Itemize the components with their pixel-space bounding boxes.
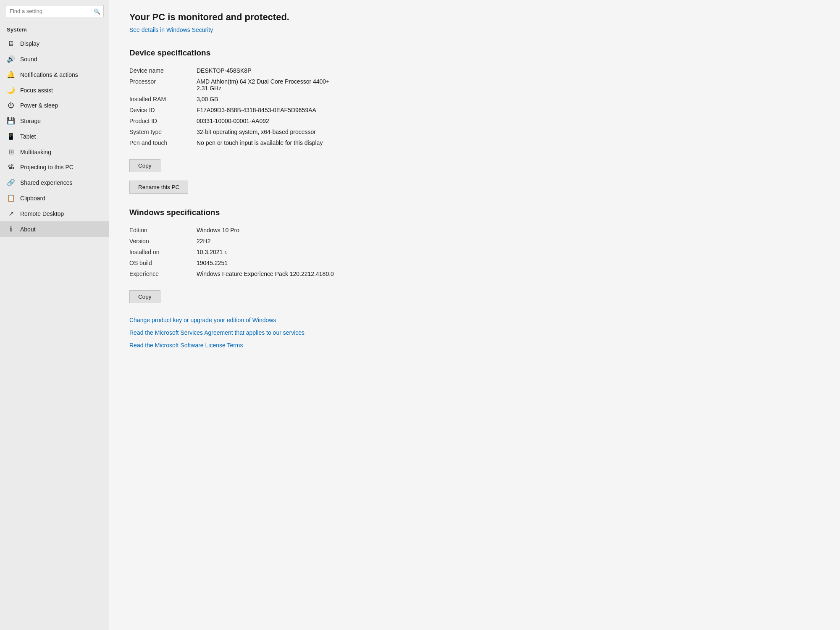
sidebar-label-multitasking: Multitasking: [20, 149, 51, 155]
search-input[interactable]: [5, 5, 104, 17]
sidebar-section-label: System: [0, 24, 109, 36]
windows-spec-value-4: Windows Feature Experience Pack 120.2212…: [197, 268, 820, 279]
windows-spec-value-0: Windows 10 Pro: [197, 225, 820, 236]
tablet-icon: 📱: [7, 132, 15, 140]
device-spec-label-1: Processor: [129, 76, 197, 94]
footer-link-2[interactable]: Read the Microsoft Software License Term…: [129, 342, 820, 349]
sidebar-label-power: Power & sleep: [20, 102, 58, 109]
device-spec-value-3: F17A09D3-6B8B-4318-8453-0EAF5D9659AA: [197, 105, 820, 116]
windows-spec-value-3: 19045.2251: [197, 257, 820, 268]
sidebar-item-display[interactable]: 🖥 Display: [0, 36, 109, 51]
sidebar-label-focus: Focus assist: [20, 87, 53, 94]
focus-icon: 🌙: [7, 86, 15, 94]
device-spec-row-1: Processor AMD Athlon(tm) 64 X2 Dual Core…: [129, 76, 820, 94]
sidebar-label-shared: Shared experiences: [20, 179, 73, 186]
windows-spec-value-2: 10.3.2021 r.: [197, 247, 820, 257]
windows-spec-row-4: Experience Windows Feature Experience Pa…: [129, 268, 820, 279]
sidebar-label-sound: Sound: [20, 56, 37, 63]
storage-icon: 💾: [7, 117, 15, 125]
device-spec-row-3: Device ID F17A09D3-6B8B-4318-8453-0EAF5D…: [129, 105, 820, 116]
device-spec-table: Device name DESKTOP-458SK8P Processor AM…: [129, 65, 820, 148]
sidebar-item-focus[interactable]: 🌙 Focus assist: [0, 82, 109, 98]
device-spec-label-0: Device name: [129, 65, 197, 76]
sidebar-item-projecting[interactable]: 📽 Projecting to this PC: [0, 160, 109, 175]
windows-spec-label-0: Edition: [129, 225, 197, 236]
sidebar-item-remote[interactable]: ↗ Remote Desktop: [0, 206, 109, 221]
sidebar-item-multitasking[interactable]: ⊞ Multitasking: [0, 144, 109, 160]
sidebar-item-sound[interactable]: 🔊 Sound: [0, 51, 109, 67]
sidebar-item-power[interactable]: ⏻ Power & sleep: [0, 98, 109, 113]
windows-spec-label-2: Installed on: [129, 247, 197, 257]
sidebar-label-projecting: Projecting to this PC: [20, 164, 74, 171]
sidebar-label-about: About: [20, 226, 36, 233]
remote-icon: ↗: [7, 210, 15, 218]
device-spec-label-4: Product ID: [129, 116, 197, 126]
about-icon: ℹ: [7, 225, 15, 233]
sidebar-item-about[interactable]: ℹ About: [0, 221, 109, 237]
main-content: Your PC is monitored and protected. See …: [109, 0, 840, 630]
footer-link-1[interactable]: Read the Microsoft Services Agreement th…: [129, 329, 820, 336]
status-text: Your PC is monitored and protected.: [129, 12, 820, 23]
windows-spec-value-1: 22H2: [197, 236, 820, 247]
windows-spec-label-1: Version: [129, 236, 197, 247]
footer-links: Change product key or upgrade your editi…: [129, 317, 820, 349]
windows-spec-row-1: Version 22H2: [129, 236, 820, 247]
sidebar-label-tablet: Tablet: [20, 133, 36, 140]
sidebar: 🔍 System 🖥 Display 🔊 Sound 🔔 Notificatio…: [0, 0, 109, 630]
sidebar-item-tablet[interactable]: 📱 Tablet: [0, 129, 109, 144]
device-spec-value-1: AMD Athlon(tm) 64 X2 Dual Core Processor…: [197, 76, 820, 94]
sidebar-label-remote: Remote Desktop: [20, 210, 64, 217]
device-spec-label-5: System type: [129, 126, 197, 137]
shared-icon: 🔗: [7, 178, 15, 186]
display-icon: 🖥: [7, 40, 15, 47]
windows-spec-row-3: OS build 19045.2251: [129, 257, 820, 268]
rename-pc-button[interactable]: Rename this PC: [129, 181, 188, 194]
sidebar-item-clipboard[interactable]: 📋 Clipboard: [0, 190, 109, 206]
device-spec-label-2: Installed RAM: [129, 94, 197, 105]
sidebar-label-notifications: Notifications & actions: [20, 71, 78, 78]
copy-windows-button[interactable]: Copy: [129, 290, 160, 303]
sidebar-label-clipboard: Clipboard: [20, 195, 45, 202]
device-spec-value-6: No pen or touch input is available for t…: [197, 137, 820, 148]
copy-device-button[interactable]: Copy: [129, 159, 160, 172]
projecting-icon: 📽: [7, 163, 15, 171]
device-spec-value-0: DESKTOP-458SK8P: [197, 65, 820, 76]
power-icon: ⏻: [7, 102, 15, 109]
device-spec-value-4: 00331-10000-00001-AA092: [197, 116, 820, 126]
device-spec-value-2: 3,00 GB: [197, 94, 820, 105]
status-link[interactable]: See details in Windows Security: [129, 26, 213, 33]
sidebar-item-storage[interactable]: 💾 Storage: [0, 113, 109, 129]
search-box[interactable]: 🔍: [5, 5, 104, 17]
multitasking-icon: ⊞: [7, 148, 15, 156]
device-spec-row-2: Installed RAM 3,00 GB: [129, 94, 820, 105]
device-spec-label-6: Pen and touch: [129, 137, 197, 148]
sidebar-item-shared[interactable]: 🔗 Shared experiences: [0, 175, 109, 190]
sidebar-label-display: Display: [20, 40, 39, 47]
notifications-icon: 🔔: [7, 71, 15, 79]
sidebar-items: 🖥 Display 🔊 Sound 🔔 Notifications & acti…: [0, 36, 109, 237]
device-spec-value-5: 32-bit operating system, x64-based proce…: [197, 126, 820, 137]
sound-icon: 🔊: [7, 55, 15, 63]
windows-section-title: Windows specifications: [129, 208, 820, 217]
clipboard-icon: 📋: [7, 194, 15, 202]
search-icon: 🔍: [94, 8, 100, 14]
device-spec-row-5: System type 32-bit operating system, x64…: [129, 126, 820, 137]
device-spec-row-0: Device name DESKTOP-458SK8P: [129, 65, 820, 76]
windows-spec-label-4: Experience: [129, 268, 197, 279]
sidebar-item-notifications[interactable]: 🔔 Notifications & actions: [0, 67, 109, 82]
footer-link-0[interactable]: Change product key or upgrade your editi…: [129, 317, 820, 323]
windows-spec-table: Edition Windows 10 Pro Version 22H2 Inst…: [129, 225, 820, 279]
device-spec-row-4: Product ID 00331-10000-00001-AA092: [129, 116, 820, 126]
sidebar-label-storage: Storage: [20, 118, 41, 124]
windows-spec-label-3: OS build: [129, 257, 197, 268]
device-section-title: Device specifications: [129, 48, 820, 58]
device-spec-row-6: Pen and touch No pen or touch input is a…: [129, 137, 820, 148]
windows-spec-row-0: Edition Windows 10 Pro: [129, 225, 820, 236]
windows-spec-row-2: Installed on 10.3.2021 r.: [129, 247, 820, 257]
device-spec-label-3: Device ID: [129, 105, 197, 116]
